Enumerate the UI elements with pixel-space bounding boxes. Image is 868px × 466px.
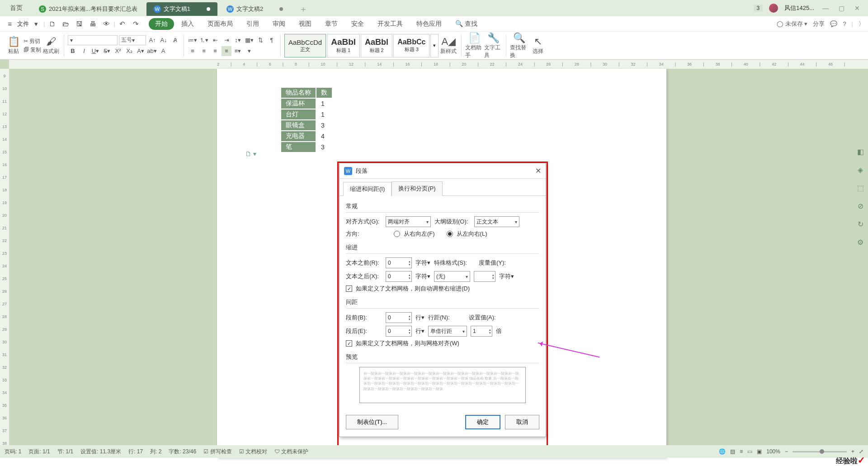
cell[interactable]: 3 <box>316 142 332 152</box>
tab-layout[interactable]: 页面布局 <box>201 18 239 30</box>
set-value[interactable]: 设置值: 11.3厘米 <box>80 448 121 456</box>
property-icon[interactable]: ⚙ <box>855 237 865 247</box>
notif-badge[interactable]: 3 <box>754 5 763 12</box>
format-painter-button[interactable]: 🖌格式刷 <box>42 33 60 58</box>
shrink-font-icon[interactable]: A↓ <box>159 35 169 45</box>
number-list-icon[interactable]: ⒈▾ <box>199 35 209 45</box>
ruler-vertical[interactable]: 9101112131415161718192021222324252627282… <box>0 69 9 458</box>
cut-button[interactable]: ✂ 剪切 <box>24 38 41 45</box>
dialog-titlebar[interactable]: W 段落 ✕ <box>340 163 546 179</box>
ruler-horizontal[interactable]: 2|4|6|8|10|12|14|16|18|20|22|24|26|28|30… <box>9 60 868 69</box>
cell[interactable]: 笔 <box>281 142 316 152</box>
align-left-icon[interactable]: ≡ <box>188 46 198 56</box>
before-para-spin[interactable]: 0 <box>386 312 412 323</box>
view-outline-icon[interactable]: ≡ <box>740 448 743 455</box>
redo-icon[interactable]: ↷ <box>130 18 142 30</box>
line-unit[interactable]: 行▾ <box>415 327 425 335</box>
align-justify-icon[interactable]: ≡ <box>222 46 231 56</box>
char-unit[interactable]: 字符▾ <box>415 272 430 281</box>
style-h1[interactable]: AaBbl标题 1 <box>327 34 360 57</box>
zoom-out-icon[interactable]: − <box>785 448 788 455</box>
find-replace-button[interactable]: 🔍查找替换 <box>510 33 528 58</box>
paste-button[interactable]: 📋粘贴 <box>5 33 23 58</box>
tab-start[interactable]: 开始 <box>149 18 174 30</box>
view-print-icon[interactable]: ▤ <box>730 448 735 455</box>
preview-icon[interactable]: 👁 <box>100 18 113 30</box>
clear-format-icon[interactable]: A̷ <box>170 35 180 45</box>
auto-indent-check[interactable]: ✓ <box>346 285 352 292</box>
font-color-icon[interactable]: A▾ <box>136 46 146 56</box>
setvalue-spin[interactable]: 1 <box>471 326 492 337</box>
font-family-select[interactable]: ▾ <box>68 35 118 45</box>
before-text-spin[interactable]: 0 <box>386 257 412 268</box>
after-para-spin[interactable]: 0 <box>386 326 412 337</box>
indent-icon[interactable]: ⇥ <box>222 35 231 45</box>
rtl-radio[interactable] <box>394 231 400 237</box>
new-style-button[interactable]: A◢新样式 <box>439 33 458 58</box>
chevron-down-icon[interactable]: ▾ <box>30 18 42 30</box>
home-tab[interactable]: 首页 <box>2 2 31 14</box>
tab-spreadsheet[interactable]: S 2021年拟来湘...考科目要求汇总表 <box>32 2 145 16</box>
strike-icon[interactable]: S̶▾ <box>102 46 112 56</box>
backup-icon[interactable]: ↻ <box>855 219 865 229</box>
new-icon[interactable]: 🗋 <box>46 18 58 30</box>
sort-icon[interactable]: ⇅ <box>255 35 265 45</box>
undo-icon[interactable]: ↶ <box>116 18 129 30</box>
tab-special[interactable]: 特色应用 <box>410 18 448 30</box>
ok-button[interactable]: 确定 <box>465 415 500 429</box>
zoom-slider[interactable] <box>793 451 847 452</box>
username[interactable]: 风信1425... <box>784 4 814 12</box>
tab-review[interactable]: 审阅 <box>266 18 292 30</box>
doc-helper-button[interactable]: 📄文档助手 <box>465 33 483 58</box>
cell[interactable]: 充电器 <box>281 131 316 141</box>
outline-select[interactable]: 正文文本 <box>474 216 519 227</box>
font-size-select[interactable]: 五号 ▾ <box>119 35 146 45</box>
cancel-button[interactable]: 取消 <box>505 415 539 429</box>
border-icon[interactable]: ▦▾ <box>244 35 254 45</box>
unsaved-indicator[interactable]: ◯ 未保存 ▾ <box>777 20 807 28</box>
copy-button[interactable]: 🗐 复制 <box>24 46 41 54</box>
limit-icon[interactable]: ⊘ <box>855 201 865 211</box>
zoom-value[interactable]: 100% <box>766 448 780 455</box>
style-normal[interactable]: AaBbCcDd正文 <box>284 34 326 57</box>
cell[interactable]: 数 <box>316 88 332 98</box>
distribute-icon[interactable]: ≡▾ <box>233 46 243 56</box>
spell-check[interactable]: ☑ 拼写检查 <box>203 448 231 456</box>
tab-indent-spacing[interactable]: 缩进和间距(I) <box>343 182 392 196</box>
cell[interactable]: 1 <box>316 109 332 119</box>
page-count[interactable]: 页面: 1/1 <box>28 448 50 456</box>
cell[interactable]: 4 <box>316 131 332 141</box>
snap-grid-check[interactable]: ✓ <box>346 340 352 347</box>
tab-dev[interactable]: 开发工具 <box>371 18 409 30</box>
help-icon[interactable]: ? <box>843 20 846 27</box>
maximize-button[interactable]: ▢ <box>837 5 846 12</box>
tab-view[interactable]: 视图 <box>292 18 318 30</box>
after-text-spin[interactable]: 0 <box>386 271 412 282</box>
save-icon[interactable]: 🖫 <box>73 18 85 30</box>
share-button[interactable]: 分享 <box>813 20 825 28</box>
measure-spin[interactable] <box>474 271 495 282</box>
select-icon[interactable]: ⬚ <box>855 183 865 193</box>
new-tab-button[interactable]: ＋ <box>292 2 315 16</box>
file-menu[interactable]: 文件 <box>17 20 29 28</box>
ltr-radio[interactable] <box>447 231 453 237</box>
shading-icon[interactable]: ▾ <box>244 46 254 56</box>
select-button[interactable]: ↖选择 <box>529 33 547 58</box>
highlight-icon[interactable]: ab▾ <box>147 46 157 56</box>
tab-reference[interactable]: 引用 <box>240 18 265 30</box>
doc-protect[interactable]: 🛡 文档未保护 <box>274 448 308 456</box>
superscript-icon[interactable]: X² <box>113 46 123 56</box>
paragraph-mark-icon[interactable]: ¶ <box>267 35 277 45</box>
minimize-button[interactable]: — <box>821 5 830 12</box>
cell[interactable]: 保温杯 <box>281 99 316 109</box>
paste-options-chip[interactable]: 🗋 ▾ <box>245 150 256 157</box>
tabs-button[interactable]: 制表位(T)... <box>346 415 398 429</box>
collapse-ribbon-icon[interactable]: 〉 <box>859 20 864 28</box>
special-select[interactable]: (无) <box>434 271 470 282</box>
underline-icon[interactable]: U▾ <box>90 46 100 56</box>
col-position[interactable]: 列: 2 <box>150 448 161 456</box>
cell[interactable]: 台灯 <box>281 109 316 119</box>
align-select[interactable]: 两端对齐 <box>386 216 431 227</box>
view-read-icon[interactable]: ▣ <box>757 448 762 455</box>
avatar[interactable] <box>769 4 778 13</box>
